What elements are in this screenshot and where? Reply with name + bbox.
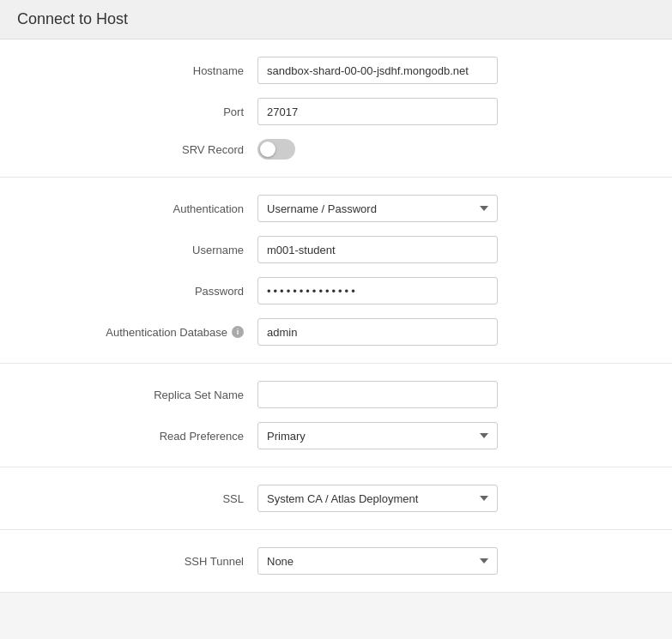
srv-record-toggle[interactable]	[257, 139, 295, 160]
port-input[interactable]	[257, 98, 498, 125]
authentication-label: Authentication	[17, 202, 257, 215]
page-header: Connect to Host	[0, 0, 672, 39]
page-title: Connect to Host	[17, 10, 655, 28]
replica-set-row: Replica Set Name	[0, 381, 672, 408]
srv-record-label: SRV Record	[17, 143, 257, 156]
replica-section: Replica Set Name Read Preference Primary…	[0, 364, 672, 467]
ssl-select[interactable]: System CA / Atlas Deployment None Server…	[257, 485, 498, 512]
srv-record-row: SRV Record	[0, 139, 672, 160]
hostname-input[interactable]	[257, 57, 498, 84]
connection-section: Hostname Port SRV Record	[0, 39, 672, 178]
ssh-tunnel-label: SSH Tunnel	[17, 555, 257, 568]
username-input[interactable]	[257, 236, 498, 263]
read-preference-label: Read Preference	[17, 430, 257, 443]
authentication-select[interactable]: Username / Password None SCRAM-SHA-256 X…	[257, 195, 498, 222]
username-label: Username	[17, 244, 257, 256]
hostname-row: Hostname	[0, 57, 672, 84]
password-label: Password	[17, 285, 257, 298]
port-label: Port	[17, 105, 257, 118]
replica-set-input[interactable]	[257, 381, 498, 408]
password-row: Password	[0, 277, 672, 304]
ssh-tunnel-select[interactable]: None Use SSH with Password Use SSH with …	[257, 547, 498, 575]
auth-db-input[interactable]	[257, 318, 498, 346]
read-preference-select[interactable]: Primary Primary Preferred Secondary Seco…	[257, 422, 498, 449]
auth-db-label: Authentication Database i	[17, 326, 257, 339]
ssh-tunnel-section: SSH Tunnel None Use SSH with Password Us…	[0, 530, 672, 593]
auth-db-info-icon[interactable]: i	[232, 326, 244, 338]
read-preference-row: Read Preference Primary Primary Preferre…	[0, 422, 672, 449]
ssl-label: SSL	[17, 492, 257, 505]
auth-db-label-text: Authentication Database	[106, 326, 227, 339]
replica-set-label: Replica Set Name	[17, 389, 257, 401]
auth-db-row: Authentication Database i	[0, 318, 672, 346]
port-row: Port	[0, 98, 672, 125]
password-input[interactable]	[257, 277, 498, 304]
authentication-section: Authentication Username / Password None …	[0, 178, 672, 364]
toggle-slider	[257, 139, 295, 160]
auth-db-label-wrapper: Authentication Database i	[17, 326, 244, 339]
authentication-row: Authentication Username / Password None …	[0, 195, 672, 222]
ssl-row: SSL System CA / Atlas Deployment None Se…	[0, 485, 672, 512]
hostname-label: Hostname	[17, 64, 257, 77]
ssl-section: SSL System CA / Atlas Deployment None Se…	[0, 467, 672, 530]
ssh-tunnel-row: SSH Tunnel None Use SSH with Password Us…	[0, 547, 672, 575]
main-content: Hostname Port SRV Record Authentication …	[0, 39, 672, 593]
username-row: Username	[0, 236, 672, 263]
